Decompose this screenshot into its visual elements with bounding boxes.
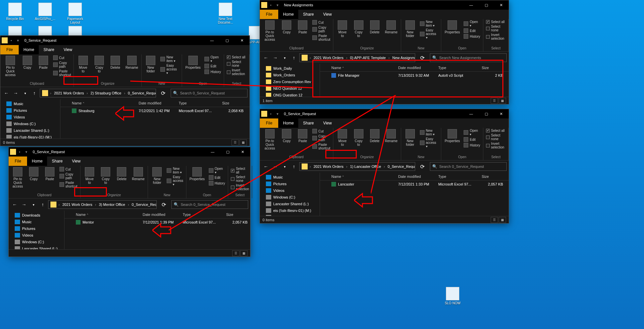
column-date[interactable]: Date modified [136, 101, 176, 105]
edit-button[interactable]: Edit [204, 63, 222, 69]
open-button[interactable]: Open ▾ [208, 167, 226, 175]
rename-button[interactable]: Rename [131, 167, 146, 182]
back-button[interactable]: ← [11, 201, 19, 209]
pin-to-quick-access-button[interactable]: Pin to Quick access [11, 167, 25, 189]
sidebar-item-videos[interactable]: Videos [260, 187, 320, 194]
edit-button[interactable]: Edit [463, 28, 481, 33]
sidebar-item-pictures[interactable]: Pictures [9, 225, 64, 232]
column-date[interactable]: Date modified [140, 213, 180, 217]
sidebar-item-downloads[interactable]: Downloads [9, 212, 64, 219]
forward-button[interactable]: → [20, 201, 28, 209]
easy-access-button[interactable]: Easy access ▾ [160, 63, 180, 75]
breadcrumb[interactable]: ›2021 Work Orders›1) Lancaster Office›0_… [299, 162, 415, 171]
paste-shortcut-button[interactable]: Paste shortcut [52, 69, 72, 77]
new-item-button[interactable]: New item ▾ [419, 20, 439, 28]
sidebar-item-music[interactable]: Music [0, 100, 60, 107]
open-button[interactable]: Open ▾ [463, 128, 481, 136]
history-dropdown[interactable]: ▾ [29, 201, 37, 209]
copy-button[interactable]: Copy [280, 20, 294, 35]
search-input[interactable]: 🔍Search 0_Service_Request [430, 162, 507, 171]
home-tab[interactable]: Home [278, 10, 298, 19]
rename-button[interactable]: Rename [384, 20, 399, 35]
pin-to-quick-access-button[interactable]: Pin to Quick access [2, 55, 18, 77]
copy-path-button[interactable]: Copy path [52, 61, 72, 69]
qa-icon[interactable]: ▪ [17, 149, 23, 155]
select-all-button[interactable]: Select all [485, 20, 506, 24]
sidebar-item[interactable]: Work_Orders [260, 72, 320, 78]
edit-button[interactable]: Edit [208, 175, 226, 180]
explorer-window-lancaster[interactable]: ▪ ▾ 0_Service_Request — ▢ ✕ File Home Sh… [260, 109, 509, 224]
explorer-window-mentor[interactable]: ▪ ▾ 0_Service_Request — ▢ ✕ File Home Sh… [8, 147, 251, 257]
desktop-icon[interactable]: ArcGISPro_... [33, 3, 57, 24]
desktop-icon[interactable]: New Text Docume... [214, 3, 237, 24]
column-size[interactable]: Size [479, 66, 506, 70]
qa-icon[interactable]: ▪ [8, 37, 14, 43]
delete-button[interactable]: Delete [108, 55, 122, 70]
home-tab[interactable]: Home [278, 118, 298, 128]
copy-path-button[interactable]: Copy path [59, 172, 78, 180]
back-button[interactable]: ← [2, 89, 10, 97]
home-tab[interactable]: Home [27, 156, 47, 166]
column-name[interactable]: Name ^ [73, 213, 140, 217]
file-tab[interactable]: File [260, 10, 278, 19]
refresh-button[interactable]: ⟳ [418, 53, 427, 62]
view-details-button[interactable]: ☰ [491, 98, 498, 104]
history-button[interactable]: History [463, 34, 481, 39]
qa-icon[interactable]: ▪ [268, 111, 274, 117]
sidebar-item-pictures[interactable]: Pictures [0, 107, 60, 114]
pin-to-quick-access-button[interactable]: Pin to Quick access [262, 20, 278, 42]
copy-to-button[interactable]: Copy to [352, 128, 366, 147]
new-item-button[interactable]: New item ▾ [166, 167, 184, 175]
select-none-button[interactable]: Select none [485, 133, 506, 141]
forward-button[interactable]: → [12, 89, 20, 97]
explorer-window-new-assignments[interactable]: ▪ ▾ New Assignments — ▢ ✕ File Home Shar… [260, 0, 509, 104]
sidebar-item-videos[interactable]: Videos [9, 232, 64, 239]
pin-to-quick-access-button[interactable]: Pin to Quick access [262, 128, 278, 151]
refresh-button[interactable]: ⟳ [159, 200, 168, 209]
properties-button[interactable]: Properties [184, 55, 202, 70]
breadcrumb-segment[interactable]: 0) APP-AFE Template [348, 56, 388, 60]
up-button[interactable]: ↑ [39, 201, 47, 209]
breadcrumb-segment[interactable]: 1) Lancaster Office [348, 164, 383, 169]
select-none-button[interactable]: Select none [226, 60, 247, 68]
select-all-button[interactable]: Select all [226, 55, 247, 59]
sidebar-item-pictures[interactable]: Pictures [260, 181, 320, 187]
new-item-button[interactable]: New item ▾ [160, 55, 180, 63]
column-date[interactable]: Date modified [395, 66, 436, 70]
forward-button[interactable]: → [271, 162, 279, 171]
history-button[interactable]: History [208, 181, 226, 186]
column-size[interactable]: Size [479, 175, 506, 179]
search-input[interactable]: 🔍Search 0_Service_Request [171, 200, 248, 209]
paste-button[interactable]: Paste [296, 20, 310, 35]
new-folder-button[interactable]: New folder [403, 20, 417, 38]
breadcrumb[interactable]: ›2021 Work Orders›0) APP-AFE Template›Ne… [299, 53, 415, 62]
delete-button[interactable]: Delete [368, 128, 382, 143]
column-type[interactable]: Type [180, 213, 223, 217]
explorer-window-strasburg[interactable]: ▪ ▾ 0_Service_Request — ▢ ✕ File Home Sh… [0, 35, 250, 146]
file-row[interactable]: Strasburg 7/12/2021 1:42 PM Microsoft Ex… [60, 107, 250, 114]
refresh-button[interactable]: ⟳ [418, 162, 427, 171]
copy-path-button[interactable]: Copy path [312, 25, 331, 33]
minimize-button[interactable]: — [464, 109, 479, 118]
sidebar-item-c[interactable]: Windows (C:) [0, 120, 60, 127]
view-tab[interactable]: View [318, 10, 336, 19]
column-type[interactable]: Type [176, 101, 219, 105]
close-button[interactable]: ✕ [235, 147, 250, 156]
column-type[interactable]: Type [436, 66, 479, 70]
new-folder-button[interactable]: New folder [150, 167, 164, 185]
home-tab[interactable]: Home [19, 45, 39, 54]
invert-selection-button[interactable]: Invert selection [485, 141, 506, 149]
delete-button[interactable]: Delete [368, 20, 382, 35]
sidebar-item-eis[interactable]: eis (\\str-filesrv-01) (M:) [0, 134, 60, 138]
breadcrumb-segment[interactable]: 2021 Work Orders [312, 56, 346, 60]
breadcrumb-segment[interactable]: 2021 Work Orders [52, 91, 86, 95]
qa-icon[interactable]: ▪ [268, 2, 274, 8]
breadcrumb[interactable]: ›2021 Work Orders›2) Strasburg Office›0_… [40, 89, 156, 97]
up-button[interactable]: ↑ [290, 162, 298, 171]
desktop-icon[interactable]: Paperwork Layout [63, 3, 87, 24]
cut-button[interactable]: Cut [312, 20, 331, 25]
close-button[interactable]: ✕ [234, 36, 250, 45]
view-details-button[interactable]: ☰ [491, 217, 498, 223]
navigation-pane[interactable]: MusicPicturesVideosWindows (C:)Lancaster… [0, 99, 60, 138]
history-button[interactable]: History [204, 69, 222, 74]
